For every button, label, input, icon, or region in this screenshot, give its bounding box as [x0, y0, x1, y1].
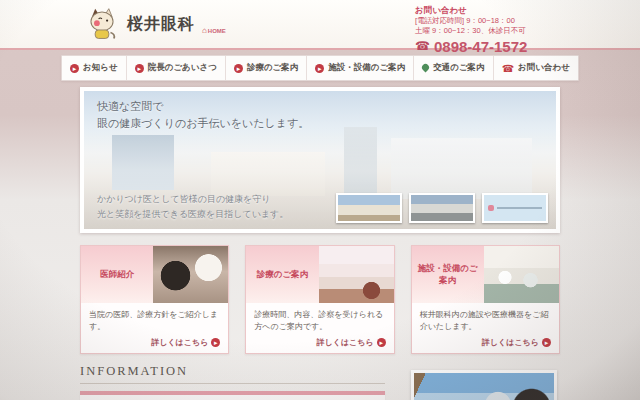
hero-subline1: かかりつけ医として皆様の目の健康を守り	[97, 192, 288, 207]
phone-number: 0898-47-1572	[434, 37, 527, 57]
card-title: 施設・設備のご案内	[412, 246, 484, 303]
side-photo-image	[414, 373, 554, 400]
banner-text-line	[497, 207, 542, 209]
card-more-link[interactable]: 詳しくはこちら ▸	[81, 336, 228, 348]
card-top: 診療のご案内	[246, 246, 393, 303]
nav-item-facilities-guide[interactable]: ▸ 施設・設備のご案内	[306, 56, 413, 80]
hero-photo-clinic-exterior: 快適な空間で 眼の健康づくりのお手伝いをいたします。 かかりつけ医として皆様の目…	[84, 91, 556, 229]
information-heading: INFORMATION	[80, 364, 385, 384]
card-doctor-intro: 医師紹介 当院の医師、診療方針をご紹介します。 詳しくはこちら ▸	[80, 245, 229, 354]
nav-item-treatment-guide[interactable]: ▸ 診療のご案内	[225, 56, 306, 80]
home-label: HOME	[208, 28, 226, 34]
card-top: 医師紹介	[81, 246, 228, 303]
card-link-label: 詳しくはこちら	[151, 337, 208, 348]
thumb-clinic-banner	[484, 195, 546, 221]
hero-subline2: 光と笑顔を提供できる医療を目指しています。	[97, 207, 288, 222]
card-body: 当院の医師、診療方針をご紹介します。	[81, 303, 228, 336]
hero-headline-line2: 眼の健康づくりのお手伝いをいたします。	[97, 115, 309, 132]
site-logo[interactable]: 桜井眼科 ⌂ HOME	[84, 7, 226, 41]
slider-thumb-2[interactable]	[409, 193, 475, 223]
banner-logo-dot	[488, 205, 494, 211]
nav-item-access-guide[interactable]: 交通のご案内	[413, 56, 492, 80]
header-contact: お問い合わせ [電話対応時間] 9：00~18：00 土曜 9：00~12：30…	[415, 5, 527, 56]
contact-hours-line1: [電話対応時間] 9：00~18：00	[415, 16, 527, 26]
thumb-clinic-building	[338, 195, 400, 221]
circle-arrow-icon: ▸	[211, 338, 220, 347]
slider-thumb-3[interactable]	[482, 193, 548, 223]
card-facilities-guide: 施設・設備のご案内 桜井眼科内の施設や医療機器をご紹介いたします。 詳しくはこち…	[411, 245, 560, 354]
nav-item-news[interactable]: ▸ お知らせ	[62, 56, 126, 80]
information-section: INFORMATION 2024年06月01日 一般名処方について 2024年0…	[80, 364, 560, 400]
card-top: 施設・設備のご案内	[412, 246, 559, 303]
nav-label: お問い合わせ	[518, 62, 570, 74]
page: 桜井眼科 ⌂ HOME お問い合わせ [電話対応時間] 9：00~18：00 土…	[0, 0, 640, 400]
hero-headline: 快適な空間で 眼の健康づくりのお手伝いをいたします。	[97, 98, 309, 132]
slider-thumb-1[interactable]	[336, 193, 402, 223]
site-title: 桜井眼科	[127, 14, 195, 35]
nav-label: 院長のごあいさつ	[148, 62, 217, 74]
contact-phone: ☎ 0898-47-1572	[415, 37, 527, 57]
card-link-label: 詳しくはこちら	[482, 337, 539, 348]
circle-arrow-icon: ▸	[70, 64, 79, 73]
card-more-link[interactable]: 詳しくはこちら ▸	[246, 336, 393, 348]
circle-arrow-icon: ▸	[315, 64, 324, 73]
contact-hours-line2: 土曜 9：00~12：30、休診日不可	[415, 26, 527, 36]
contact-label: お問い合わせ	[415, 5, 527, 16]
card-body: 桜井眼科内の施設や医療機器をご紹介いたします。	[412, 303, 559, 336]
home-icon: ⌂	[202, 26, 207, 35]
clinic-reception-photo	[319, 246, 394, 303]
doctor-examination-photo	[153, 246, 228, 303]
card-title: 診療のご案内	[246, 246, 318, 303]
hero-subtext: かかりつけ医として皆様の目の健康を守り 光と笑顔を提供できる医療を目指しています…	[97, 192, 288, 222]
circle-arrow-icon: ▸	[234, 64, 243, 73]
card-treatment-guide: 診療のご案内 診療時間、内容、診察を受けられる方へのご案内です。 詳しくはこちら…	[245, 245, 394, 354]
nav-label: 交通のご案内	[433, 62, 484, 74]
map-pin-icon	[421, 62, 431, 72]
hero-headline-line1: 快適な空間で	[97, 98, 309, 115]
site-header: 桜井眼科 ⌂ HOME お問い合わせ [電話対応時間] 9：00~18：00 土…	[0, 0, 640, 50]
circle-arrow-icon: ▸	[135, 64, 144, 73]
card-body: 診療時間、内容、診察を受けられる方へのご案内です。	[246, 303, 393, 336]
nav-item-contact[interactable]: ☎ お問い合わせ	[493, 56, 578, 80]
circle-arrow-icon: ▸	[377, 338, 386, 347]
nav-label: 施設・設備のご案内	[328, 62, 405, 74]
circle-arrow-icon: ▸	[542, 338, 551, 347]
card-title: 医師紹介	[81, 246, 153, 303]
clinic-exterior-side-photo	[411, 370, 557, 400]
slider-thumbnails	[336, 193, 548, 223]
phone-icon: ☎	[502, 63, 514, 74]
nav-label: 診療のご案内	[247, 62, 298, 74]
card-link-label: 詳しくはこちら	[317, 337, 374, 348]
main-nav: ▸ お知らせ ▸ 院長のごあいさつ ▸ 診療のご案内 ▸ 施設・設備のご案内 交…	[61, 55, 579, 81]
information-column: INFORMATION 2024年06月01日 一般名処方について 2024年0…	[80, 364, 385, 400]
card-more-link[interactable]: 詳しくはこちら ▸	[412, 336, 559, 348]
exam-room-photo	[484, 246, 559, 303]
news-list: 2024年06月01日 一般名処方について 2024年04月03日 令和6年9月…	[80, 391, 385, 400]
thumb-clinic-street	[411, 195, 473, 221]
cat-mascot-icon	[84, 7, 120, 41]
hero-slider: 快適な空間で 眼の健康づくりのお手伝いをいたします。 かかりつけ医として皆様の目…	[80, 87, 560, 233]
phone-icon: ☎	[415, 39, 430, 55]
feature-cards: 医師紹介 当院の医師、診療方針をご紹介します。 詳しくはこちら ▸ 診療のご案内…	[80, 245, 560, 354]
home-link[interactable]: ⌂ HOME	[202, 26, 226, 35]
nav-label: お知らせ	[83, 62, 118, 74]
nav-item-director-greeting[interactable]: ▸ 院長のごあいさつ	[126, 56, 225, 80]
